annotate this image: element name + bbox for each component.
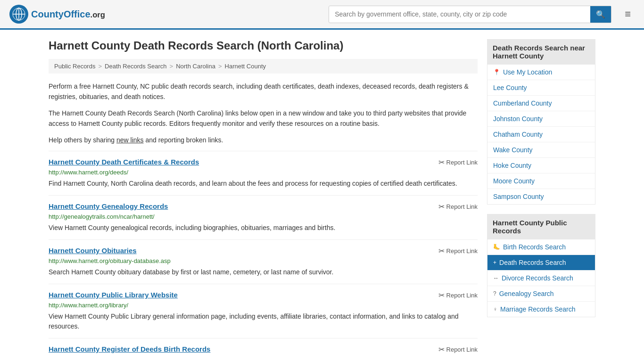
sidebar-public-records-link[interactable]: + Death Records Search	[487, 255, 595, 270]
link-card: Harnett County Public Library Website ✂ …	[49, 284, 478, 338]
sidebar-public-records-title: Harnett County Public Records	[487, 214, 595, 239]
breadcrumb-harnett-county[interactable]: Harnett County	[225, 63, 266, 70]
sidebar-public-records-link[interactable]: ? Genealogy Search	[487, 286, 595, 301]
link-desc: Search Harnett County obituary database …	[49, 267, 478, 277]
sidebar-public-records-item: ? Genealogy Search	[487, 286, 595, 302]
sidebar-nearby-item: Moore County	[487, 173, 595, 189]
report-link-button[interactable]: ✂ Report Link	[438, 202, 478, 211]
sidebar-public-records-label: Birth Records Search	[503, 243, 566, 251]
sidebar-nearby-link[interactable]: Cumberland County	[487, 96, 595, 111]
report-link-button[interactable]: ✂ Report Link	[438, 291, 478, 300]
sidebar-nearby-label: Use My Location	[503, 68, 552, 76]
sidebar-nearby-item: Johnston County	[487, 111, 595, 127]
link-url[interactable]: http://www.harnett.org/obituary-database…	[49, 257, 478, 264]
link-card-title[interactable]: Harnett County Genealogy Records	[49, 202, 168, 210]
report-link-button[interactable]: ✂ Report Link	[438, 158, 478, 167]
sidebar-nearby-label: Moore County	[493, 177, 535, 185]
link-url[interactable]: http://www.harnett.org/library/	[49, 302, 478, 309]
record-type-icon: ↔	[493, 275, 499, 281]
search-bar: 🔍	[329, 6, 611, 23]
sidebar-public-records-link[interactable]: 🦶 Birth Records Search	[487, 239, 595, 255]
main-container: Harnett County Death Records Search (Nor…	[39, 30, 605, 362]
link-card-header: Harnett County Register of Deeds Birth R…	[49, 345, 478, 354]
menu-button[interactable]: ≡	[621, 6, 635, 22]
link-card-title[interactable]: Harnett County Register of Deeds Birth R…	[49, 345, 210, 353]
link-card: Harnett County Register of Deeds Birth R…	[49, 338, 478, 362]
sidebar-nearby-item: Cumberland County	[487, 96, 595, 111]
link-card-header: Harnett County Genealogy Records ✂ Repor…	[49, 202, 478, 211]
link-card-header: Harnett County Obituaries ✂ Report Link	[49, 247, 478, 255]
link-card-title[interactable]: Harnett County Public Library Website	[49, 291, 178, 299]
sidebar-nearby-title: Death Records Search near Harnett County	[487, 39, 595, 65]
record-type-icon: ?	[493, 290, 496, 297]
sidebar-nearby-item: Chatham County	[487, 127, 595, 142]
sidebar-nearby-label: Johnston County	[493, 115, 543, 123]
search-input[interactable]	[329, 7, 590, 22]
report-link-button[interactable]: ✂ Report Link	[438, 247, 478, 255]
sidebar: Death Records Search near Harnett County…	[487, 39, 595, 362]
sidebar-nearby-label: Sampson County	[493, 193, 544, 200]
sidebar-public-records-list: 🦶 Birth Records Search + Death Records S…	[487, 239, 595, 317]
sidebar-nearby-label: Hoke County	[493, 162, 531, 169]
sidebar-nearby-link[interactable]: Lee County	[487, 80, 595, 95]
sidebar-public-records-link[interactable]: ♀ Marriage Records Search	[487, 302, 595, 317]
record-type-icon: ♀	[493, 306, 497, 313]
link-card-header: Harnett County Death Certificates & Reco…	[49, 158, 478, 167]
sidebar-nearby-list: 📍 Use My Location Lee County Cumberland …	[487, 65, 595, 205]
link-card: Harnett County Obituaries ✂ Report Link …	[49, 239, 478, 284]
search-button[interactable]: 🔍	[590, 6, 611, 23]
logo-text: CountyOffice.org	[31, 9, 105, 20]
sidebar-nearby-link[interactable]: Hoke County	[487, 158, 595, 173]
report-link-label: Report Link	[446, 346, 478, 353]
content-area: Harnett County Death Records Search (Nor…	[49, 39, 478, 362]
sidebar-nearby-label: Chatham County	[493, 131, 543, 138]
link-desc: Find Harnett County, North Carolina deat…	[49, 179, 478, 189]
breadcrumb-death-records-search[interactable]: Death Records Search	[105, 63, 167, 70]
sidebar-nearby-link[interactable]: Johnston County	[487, 111, 595, 126]
link-card-header: Harnett County Public Library Website ✂ …	[49, 291, 478, 300]
sidebar-public-records-item: ↔ Divorce Records Search	[487, 271, 595, 286]
report-icon: ✂	[438, 202, 445, 211]
sidebar-nearby-link[interactable]: Wake County	[487, 142, 595, 157]
link-card: Harnett County Genealogy Records ✂ Repor…	[49, 195, 478, 239]
report-link-label: Report Link	[446, 159, 478, 166]
link-card: Harnett County Death Certificates & Reco…	[49, 151, 478, 195]
sidebar-public-records-label: Genealogy Search	[499, 290, 554, 297]
report-icon: ✂	[438, 158, 445, 167]
sidebar-nearby-label: Cumberland County	[493, 99, 552, 107]
sidebar-public-records-item: ♀ Marriage Records Search	[487, 302, 595, 317]
logo[interactable]: CountyOffice.org	[9, 5, 105, 24]
link-desc: View Harnett County Public Library gener…	[49, 312, 478, 331]
sidebar-nearby-link[interactable]: 📍 Use My Location	[487, 65, 595, 80]
report-icon: ✂	[438, 345, 445, 354]
sidebar-nearby-item: Sampson County	[487, 189, 595, 204]
breadcrumb-public-records[interactable]: Public Records	[54, 63, 95, 70]
sidebar-nearby-link[interactable]: Chatham County	[487, 127, 595, 142]
sidebar-nearby: Death Records Search near Harnett County…	[487, 39, 595, 205]
link-card-title[interactable]: Harnett County Obituaries	[49, 247, 137, 255]
sidebar-public-records: Harnett County Public Records 🦶 Birth Re…	[487, 214, 595, 317]
sidebar-public-records-link[interactable]: ↔ Divorce Records Search	[487, 271, 595, 286]
new-links-link[interactable]: new links	[116, 136, 144, 144]
report-link-label: Report Link	[446, 247, 478, 255]
link-url[interactable]: http://www.harnett.org/deeds/	[49, 169, 478, 176]
link-url[interactable]: http://genealogytrails.com/ncar/harnett/	[49, 213, 478, 220]
sidebar-public-records-item: 🦶 Birth Records Search	[487, 239, 595, 255]
report-icon: ✂	[438, 291, 445, 300]
link-cards: Harnett County Death Certificates & Reco…	[49, 151, 478, 362]
logo-icon	[9, 5, 28, 24]
report-link-button[interactable]: ✂ Report Link	[438, 345, 478, 354]
sidebar-nearby-label: Lee County	[493, 84, 527, 91]
link-card-title[interactable]: Harnett County Death Certificates & Reco…	[49, 158, 199, 166]
breadcrumb-north-carolina[interactable]: North Carolina	[176, 63, 215, 70]
description: Perform a free Harnett County, NC public…	[49, 81, 478, 145]
sidebar-nearby-item: Wake County	[487, 142, 595, 158]
site-header: CountyOffice.org 🔍 ≡	[0, 0, 644, 30]
sidebar-nearby-item: Hoke County	[487, 158, 595, 173]
description-para2: The Harnett County Death Records Search …	[49, 108, 478, 129]
sidebar-public-records-item: + Death Records Search	[487, 255, 595, 271]
page-title: Harnett County Death Records Search (Nor…	[49, 39, 478, 52]
sidebar-nearby-link[interactable]: Sampson County	[487, 189, 595, 204]
report-icon: ✂	[438, 247, 445, 255]
sidebar-nearby-link[interactable]: Moore County	[487, 173, 595, 189]
